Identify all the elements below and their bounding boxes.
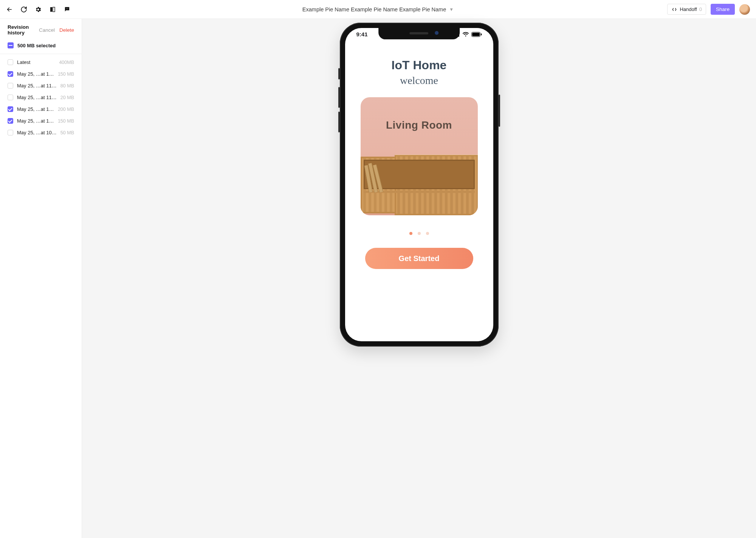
page-dot[interactable] [418,232,421,235]
revision-label: May 25, …at 11:35AM [17,71,54,77]
app-title: IoT Home [392,58,447,72]
svg-rect-10 [472,33,480,36]
selection-status-text: 500 MB selected [17,43,56,48]
revision-item[interactable]: May 25, …at 10:36AM150 MB [5,115,77,127]
revision-item[interactable]: May 25, …at 11:32AM200 MB [5,103,77,115]
get-started-button[interactable]: Get Started [365,248,473,269]
svg-rect-11 [481,33,482,35]
avatar[interactable] [739,4,750,15]
panel-icon[interactable] [49,6,56,13]
checkbox-icon[interactable] [8,83,13,89]
phone-screen: 9:41 IoT Home welcome Living Room [345,28,493,341]
revision-size: 80 MB [60,83,74,89]
status-time: 9:41 [356,31,368,37]
indeterminate-checkbox-icon[interactable] [8,42,14,48]
back-icon[interactable] [6,6,13,13]
canvas[interactable]: 9:41 IoT Home welcome Living Room [82,19,756,538]
sidebar-selection-status: 500 MB selected [0,39,82,54]
revision-label: May 25, …at 11:32AM [17,106,54,112]
room-card-title: Living Room [361,119,478,131]
document-title-text: Example Pie Name Example Pie Name Exampl… [302,6,446,12]
app-content: IoT Home welcome Living Room [345,28,493,269]
phone-volume-up [338,87,340,108]
comment-icon[interactable] [64,6,70,13]
svg-rect-1 [53,7,55,12]
page-indicator [409,232,429,235]
gear-icon[interactable] [35,6,42,13]
revision-label: Latest [17,59,55,65]
revision-size: 150 MB [58,72,74,77]
wifi-icon [462,32,469,37]
checkbox-icon[interactable] [8,95,13,100]
phone-volume-down [338,112,340,132]
phone-notch [378,28,460,39]
handoff-button[interactable]: Handoff 0 [667,4,706,15]
share-button[interactable]: Share [711,4,735,15]
phone-power-button [499,95,500,127]
phone-mute-switch [338,68,340,79]
room-illustration [361,157,478,215]
revision-item[interactable]: May 25, …at 10:34AM50 MB [5,127,77,138]
revision-size: 200 MB [58,107,74,112]
refresh-icon[interactable] [20,6,27,13]
battery-icon [471,32,482,37]
checkbox-icon[interactable] [8,118,13,124]
checkbox-icon[interactable] [8,130,13,135]
cancel-button[interactable]: Cancel [39,27,55,33]
toolbar-right-group: Handoff 0 Share [667,4,750,15]
sidebar-header: Revision history Cancel Delete [0,19,82,39]
revision-size: 400MB [59,60,74,65]
checkbox-icon[interactable] [8,71,13,77]
toolbar-left-group [6,6,70,13]
room-card[interactable]: Living Room [361,97,478,215]
revision-label: May 25, …at 10:36AM [17,118,54,124]
revision-sidebar: Revision history Cancel Delete 500 MB se… [0,19,82,538]
svg-rect-0 [50,7,52,12]
chevron-down-icon: ▼ [449,7,454,12]
revision-size: 50 MB [60,130,74,135]
phone-frame: 9:41 IoT Home welcome Living Room [340,23,499,347]
svg-point-2 [66,8,66,9]
revision-label: May 25, …at 10:34AM [17,130,57,135]
revision-label: May 25, …at 11:34AM [17,83,57,89]
svg-point-3 [67,8,67,9]
revision-list: Latest400MBMay 25, …at 11:35AM150 MBMay … [0,54,82,141]
checkbox-icon[interactable] [8,59,13,65]
revision-item[interactable]: Latest400MB [5,56,77,68]
handoff-count: 0 [699,6,702,12]
revision-item[interactable]: May 25, …at 11:35AM150 MB [5,68,77,80]
document-title[interactable]: Example Pie Name Example Pie Name Exampl… [302,6,454,12]
page-dot[interactable] [409,232,412,235]
sidebar-title: Revision history [8,24,34,36]
page-dot[interactable] [426,232,429,235]
handoff-button-label: Handoff [680,6,697,12]
delete-button[interactable]: Delete [59,27,74,33]
revision-size: 20 MB [60,95,74,100]
svg-point-4 [67,8,68,9]
checkbox-icon[interactable] [8,106,13,112]
app-subtitle: welcome [400,75,438,87]
revision-label: May 25, …at 11:33AM [17,95,57,100]
revision-size: 150 MB [58,118,74,124]
top-toolbar: Example Pie Name Example Pie Name Exampl… [0,0,756,19]
revision-item[interactable]: May 25, …at 11:33AM20 MB [5,92,77,103]
revision-item[interactable]: May 25, …at 11:34AM80 MB [5,80,77,92]
